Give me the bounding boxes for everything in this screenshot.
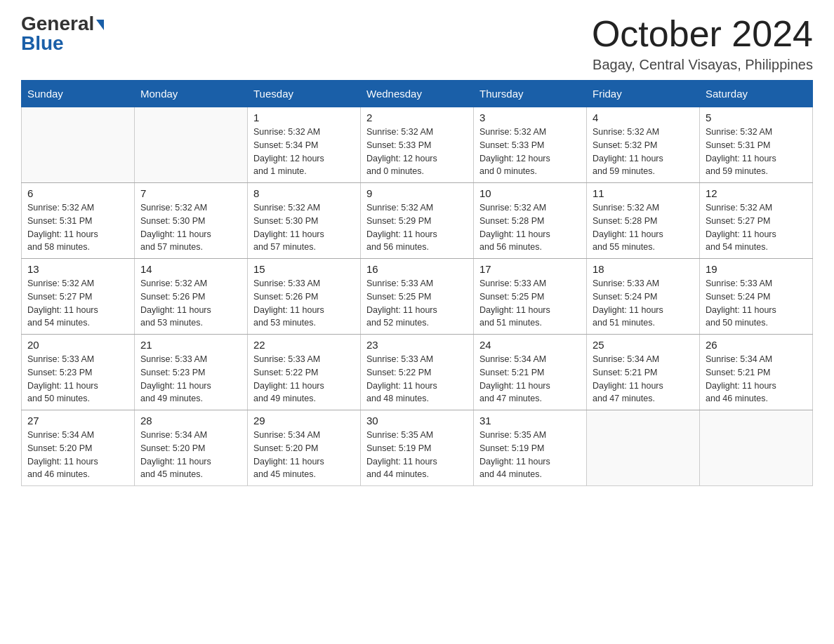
calendar-day-cell xyxy=(700,410,813,486)
calendar-day-cell: 4Sunrise: 5:32 AM Sunset: 5:32 PM Daylig… xyxy=(587,107,700,183)
day-info: Sunrise: 5:32 AM Sunset: 5:29 PM Dayligh… xyxy=(366,201,468,254)
day-info: Sunrise: 5:34 AM Sunset: 5:21 PM Dayligh… xyxy=(479,353,581,405)
day-number: 19 xyxy=(706,263,807,275)
day-info: Sunrise: 5:35 AM Sunset: 5:19 PM Dayligh… xyxy=(479,429,581,481)
calendar-day-cell: 11Sunrise: 5:32 AM Sunset: 5:28 PM Dayli… xyxy=(587,183,700,259)
day-number: 16 xyxy=(366,263,468,275)
day-info: Sunrise: 5:34 AM Sunset: 5:20 PM Dayligh… xyxy=(253,429,355,481)
weekday-header-sunday: Sunday xyxy=(22,81,135,107)
calendar-day-cell: 19Sunrise: 5:33 AM Sunset: 5:24 PM Dayli… xyxy=(700,259,813,335)
day-info: Sunrise: 5:32 AM Sunset: 5:27 PM Dayligh… xyxy=(706,201,807,254)
calendar-day-cell: 17Sunrise: 5:33 AM Sunset: 5:25 PM Dayli… xyxy=(474,259,587,335)
day-number: 28 xyxy=(140,415,241,427)
calendar-day-cell: 26Sunrise: 5:34 AM Sunset: 5:21 PM Dayli… xyxy=(700,335,813,410)
day-info: Sunrise: 5:32 AM Sunset: 5:30 PM Dayligh… xyxy=(253,201,355,254)
day-number: 25 xyxy=(593,339,694,351)
weekday-header-row: SundayMondayTuesdayWednesdayThursdayFrid… xyxy=(22,81,813,107)
day-number: 14 xyxy=(140,263,241,275)
day-info: Sunrise: 5:32 AM Sunset: 5:30 PM Dayligh… xyxy=(140,201,241,254)
day-number: 21 xyxy=(140,339,241,351)
day-info: Sunrise: 5:33 AM Sunset: 5:24 PM Dayligh… xyxy=(593,277,694,330)
page-header: General Blue October 2024 Bagay, Central… xyxy=(21,14,813,73)
calendar-day-cell: 1Sunrise: 5:32 AM Sunset: 5:34 PM Daylig… xyxy=(248,107,361,183)
calendar-week-row: 27Sunrise: 5:34 AM Sunset: 5:20 PM Dayli… xyxy=(22,410,813,486)
weekday-header-monday: Monday xyxy=(135,81,248,107)
calendar-day-cell: 8Sunrise: 5:32 AM Sunset: 5:30 PM Daylig… xyxy=(248,183,361,259)
day-info: Sunrise: 5:32 AM Sunset: 5:31 PM Dayligh… xyxy=(27,201,128,254)
day-info: Sunrise: 5:33 AM Sunset: 5:22 PM Dayligh… xyxy=(253,353,355,405)
calendar-week-row: 1Sunrise: 5:32 AM Sunset: 5:34 PM Daylig… xyxy=(22,107,813,183)
calendar-table: SundayMondayTuesdayWednesdayThursdayFrid… xyxy=(21,80,813,486)
day-info: Sunrise: 5:32 AM Sunset: 5:33 PM Dayligh… xyxy=(479,126,581,178)
calendar-day-cell: 9Sunrise: 5:32 AM Sunset: 5:29 PM Daylig… xyxy=(361,183,474,259)
day-info: Sunrise: 5:33 AM Sunset: 5:25 PM Dayligh… xyxy=(366,277,468,330)
day-info: Sunrise: 5:34 AM Sunset: 5:21 PM Dayligh… xyxy=(593,353,694,405)
calendar-day-cell: 2Sunrise: 5:32 AM Sunset: 5:33 PM Daylig… xyxy=(361,107,474,183)
calendar-day-cell: 20Sunrise: 5:33 AM Sunset: 5:23 PM Dayli… xyxy=(22,335,135,410)
day-number: 9 xyxy=(366,187,468,199)
day-info: Sunrise: 5:32 AM Sunset: 5:33 PM Dayligh… xyxy=(366,126,468,178)
calendar-day-cell: 22Sunrise: 5:33 AM Sunset: 5:22 PM Dayli… xyxy=(248,335,361,410)
location-title: Bagay, Central Visayas, Philippines xyxy=(592,57,813,73)
day-info: Sunrise: 5:33 AM Sunset: 5:23 PM Dayligh… xyxy=(27,353,128,405)
day-number: 11 xyxy=(593,187,694,199)
day-number: 20 xyxy=(27,339,128,351)
logo: General Blue xyxy=(21,14,104,53)
day-info: Sunrise: 5:32 AM Sunset: 5:34 PM Dayligh… xyxy=(253,126,355,178)
calendar-day-cell: 15Sunrise: 5:33 AM Sunset: 5:26 PM Dayli… xyxy=(248,259,361,335)
day-info: Sunrise: 5:34 AM Sunset: 5:20 PM Dayligh… xyxy=(140,429,241,481)
day-number: 6 xyxy=(27,187,128,199)
day-info: Sunrise: 5:32 AM Sunset: 5:26 PM Dayligh… xyxy=(140,277,241,330)
day-number: 18 xyxy=(593,263,694,275)
calendar-week-row: 6Sunrise: 5:32 AM Sunset: 5:31 PM Daylig… xyxy=(22,183,813,259)
calendar-day-cell: 29Sunrise: 5:34 AM Sunset: 5:20 PM Dayli… xyxy=(248,410,361,486)
day-info: Sunrise: 5:33 AM Sunset: 5:26 PM Dayligh… xyxy=(253,277,355,330)
day-info: Sunrise: 5:33 AM Sunset: 5:24 PM Dayligh… xyxy=(706,277,807,330)
calendar-day-cell: 31Sunrise: 5:35 AM Sunset: 5:19 PM Dayli… xyxy=(474,410,587,486)
calendar-day-cell: 3Sunrise: 5:32 AM Sunset: 5:33 PM Daylig… xyxy=(474,107,587,183)
logo-triangle-icon xyxy=(96,20,104,30)
day-info: Sunrise: 5:33 AM Sunset: 5:25 PM Dayligh… xyxy=(479,277,581,330)
calendar-week-row: 13Sunrise: 5:32 AM Sunset: 5:27 PM Dayli… xyxy=(22,259,813,335)
weekday-header-wednesday: Wednesday xyxy=(361,81,474,107)
calendar-day-cell: 25Sunrise: 5:34 AM Sunset: 5:21 PM Dayli… xyxy=(587,335,700,410)
day-info: Sunrise: 5:32 AM Sunset: 5:32 PM Dayligh… xyxy=(593,126,694,178)
day-number: 24 xyxy=(479,339,581,351)
weekday-header-friday: Friday xyxy=(587,81,700,107)
calendar-day-cell: 12Sunrise: 5:32 AM Sunset: 5:27 PM Dayli… xyxy=(700,183,813,259)
day-info: Sunrise: 5:33 AM Sunset: 5:23 PM Dayligh… xyxy=(140,353,241,405)
calendar-day-cell xyxy=(587,410,700,486)
weekday-header-thursday: Thursday xyxy=(474,81,587,107)
day-info: Sunrise: 5:33 AM Sunset: 5:22 PM Dayligh… xyxy=(366,353,468,405)
day-info: Sunrise: 5:32 AM Sunset: 5:28 PM Dayligh… xyxy=(479,201,581,254)
day-number: 29 xyxy=(253,415,355,427)
calendar-day-cell: 6Sunrise: 5:32 AM Sunset: 5:31 PM Daylig… xyxy=(22,183,135,259)
day-number: 30 xyxy=(366,415,468,427)
day-number: 31 xyxy=(479,415,581,427)
calendar-day-cell xyxy=(135,107,248,183)
calendar-day-cell: 14Sunrise: 5:32 AM Sunset: 5:26 PM Dayli… xyxy=(135,259,248,335)
logo-general: General xyxy=(21,14,94,34)
calendar-day-cell: 18Sunrise: 5:33 AM Sunset: 5:24 PM Dayli… xyxy=(587,259,700,335)
day-info: Sunrise: 5:32 AM Sunset: 5:28 PM Dayligh… xyxy=(593,201,694,254)
day-number: 4 xyxy=(593,112,694,123)
day-info: Sunrise: 5:32 AM Sunset: 5:27 PM Dayligh… xyxy=(27,277,128,330)
weekday-header-tuesday: Tuesday xyxy=(248,81,361,107)
calendar-day-cell xyxy=(22,107,135,183)
day-number: 8 xyxy=(253,187,355,199)
calendar-day-cell: 13Sunrise: 5:32 AM Sunset: 5:27 PM Dayli… xyxy=(22,259,135,335)
calendar-day-cell: 23Sunrise: 5:33 AM Sunset: 5:22 PM Dayli… xyxy=(361,335,474,410)
weekday-header-saturday: Saturday xyxy=(700,81,813,107)
day-number: 22 xyxy=(253,339,355,351)
day-number: 23 xyxy=(366,339,468,351)
month-title: October 2024 xyxy=(592,14,813,54)
day-number: 7 xyxy=(140,187,241,199)
day-info: Sunrise: 5:32 AM Sunset: 5:31 PM Dayligh… xyxy=(706,126,807,178)
calendar-header: SundayMondayTuesdayWednesdayThursdayFrid… xyxy=(22,81,813,107)
calendar-week-row: 20Sunrise: 5:33 AM Sunset: 5:23 PM Dayli… xyxy=(22,335,813,410)
calendar-day-cell: 30Sunrise: 5:35 AM Sunset: 5:19 PM Dayli… xyxy=(361,410,474,486)
day-number: 1 xyxy=(253,112,355,123)
calendar-day-cell: 27Sunrise: 5:34 AM Sunset: 5:20 PM Dayli… xyxy=(22,410,135,486)
logo-blue: Blue xyxy=(21,32,64,54)
calendar-day-cell: 24Sunrise: 5:34 AM Sunset: 5:21 PM Dayli… xyxy=(474,335,587,410)
